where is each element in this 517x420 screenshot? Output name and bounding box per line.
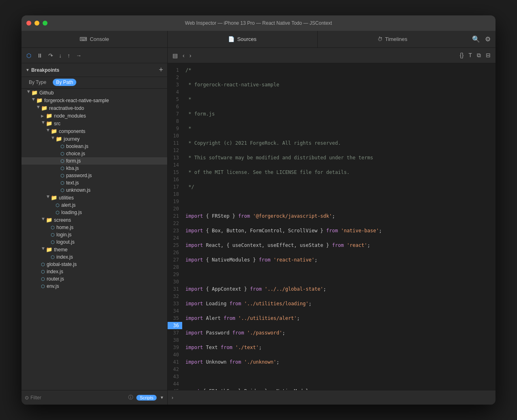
breakpoints-title: Breakpoints (31, 67, 159, 73)
nav-forward-icon[interactable]: › (188, 51, 193, 60)
step-into-icon[interactable]: ↓ (57, 51, 63, 60)
journey-arrow: ▶ (51, 137, 55, 141)
scripts-badge[interactable]: Scripts (136, 395, 157, 401)
reactnative-folder-icon: 📁 (41, 105, 47, 111)
maximize-button[interactable] (43, 21, 47, 26)
nav-back-icon[interactable]: ‹ (181, 51, 186, 60)
by-type-button[interactable]: By Type (26, 79, 50, 86)
line-num-14: 14 (168, 161, 182, 169)
tree-item-journey[interactable]: ▶ 📁 journey (22, 135, 167, 143)
tree-item-password[interactable]: ▶ ⬡ password.js (22, 172, 167, 179)
pause-icon[interactable]: ⏸ (35, 51, 44, 60)
line-num-36: 36 (168, 322, 182, 329)
code-content[interactable]: 1 2 3 4 5 6 7 8 9 10 11 12 13 14 15 16 1 (168, 63, 495, 390)
index-label: index.js (47, 269, 63, 274)
console-input[interactable] (176, 395, 491, 401)
code-line-20: import Text from './text'; (185, 344, 495, 351)
src-label: src (54, 121, 60, 126)
code-line-6: * Copyright (c) 2021 ForgeRock. All righ… (185, 139, 495, 147)
line-num-16: 16 (168, 176, 182, 183)
line-num-13: 13 (168, 154, 182, 161)
boolean-file-icon: ⬡ (60, 144, 65, 149)
tree-item-text[interactable]: ▶ ⬡ text.js (22, 179, 167, 186)
tree-item-form[interactable]: ▶ ⬡ form.js (22, 157, 167, 165)
tree-item-theme-index[interactable]: ▶ ⬡ index.js (22, 253, 167, 261)
tree-item-forgerock[interactable]: ▶ 📁 forgerock-react-native-sample (22, 96, 167, 104)
code-line-1: /* (185, 66, 495, 74)
curly-icon[interactable]: {} (458, 51, 465, 60)
tree-item-theme[interactable]: ▶ 📁 theme (22, 246, 167, 253)
tree-item-choice[interactable]: ▶ ⬡ choice.js (22, 150, 167, 157)
step-over-icon[interactable]: ↷ (47, 51, 55, 60)
tree-item-github[interactable]: ▶ 📁 Github (22, 89, 167, 96)
tree-item-env[interactable]: ▶ ⬡ env.js (22, 283, 167, 290)
format-icon[interactable]: T (467, 51, 474, 60)
tree-item-src[interactable]: ▶ 📁 src (22, 120, 167, 127)
tree-item-utilities[interactable]: ▶ 📁 utilities (22, 194, 167, 201)
copy-icon[interactable]: ⧉ (475, 51, 483, 60)
breakpoints-icon[interactable]: ⬡ (25, 51, 33, 60)
tab-actions: 🔍 ⚙ (467, 31, 495, 47)
window-title: Web Inspector — iPhone 13 Pro — React Na… (185, 20, 332, 26)
split-icon[interactable]: ⊟ (484, 51, 492, 60)
source-code[interactable]: /* * forgerock-react-native-sample * * f… (182, 63, 495, 390)
search-icon[interactable]: 🔍 (472, 35, 480, 43)
scripts-dropdown-arrow[interactable]: ▼ (160, 395, 164, 400)
line-num-4: 4 (168, 88, 182, 96)
sidebar-footer: ⊙ ⓘ Scripts ▼ (22, 390, 167, 405)
tree-item-logout[interactable]: ▶ ⬡ logout.js (22, 238, 167, 246)
screens-arrow: ▶ (41, 218, 45, 223)
traffic-lights (26, 21, 47, 26)
tree-item-reactnative[interactable]: ▶ 📁 reactnative-todo (22, 104, 167, 112)
close-button[interactable] (26, 21, 31, 26)
settings-icon[interactable]: ⚙ (485, 35, 491, 43)
tree-item-home[interactable]: ▶ ⬡ home.js (22, 224, 167, 231)
tree-item-boolean[interactable]: ▶ ⬡ boolean.js (22, 143, 167, 150)
sidebar-toggle-icon[interactable]: ▤ (171, 51, 179, 60)
code-line-3: * (185, 96, 495, 103)
line-num-42: 42 (168, 366, 182, 373)
theme-arrow: ▶ (41, 247, 45, 252)
tab-timelines[interactable]: ⏱ Timelines (318, 31, 467, 47)
tree-item-alert[interactable]: ▶ ⬡ alert.js (22, 201, 167, 209)
by-path-button[interactable]: By Path (53, 79, 76, 86)
tree-item-index[interactable]: ▶ ⬡ index.js (22, 268, 167, 275)
tree-item-unknown[interactable]: ▶ ⬡ unknown.js (22, 186, 167, 194)
step-out-icon[interactable]: ↑ (66, 51, 72, 60)
password-label: password.js (66, 173, 92, 178)
breakpoints-arrow: ▼ (26, 68, 30, 72)
minimize-button[interactable] (34, 21, 39, 26)
tab-sources[interactable]: 📄 Sources (168, 31, 318, 47)
utilities-arrow: ▶ (46, 195, 50, 200)
tree-item-loading[interactable]: ▶ ⬡ loading.js (22, 209, 167, 216)
titlebar: Web Inspector — iPhone 13 Pro — React Na… (22, 15, 495, 31)
line-num-17: 17 (168, 183, 182, 191)
filter-input[interactable] (30, 395, 125, 401)
screens-folder-icon: 📁 (46, 217, 52, 223)
line-num-7: 7 (168, 110, 182, 118)
components-label: components (59, 129, 85, 134)
filter-type-row: By Type By Path (22, 77, 167, 89)
line-num-40: 40 (168, 351, 182, 358)
tree-item-screens[interactable]: ▶ 📁 screens (22, 216, 167, 224)
main-tabs-row: ⌨ Console 📄 Sources ⏱ Timelines 🔍 ⚙ (22, 31, 495, 48)
env-label: env.js (47, 283, 59, 289)
toolbar-right: ▤ ‹ › {} T ⧉ ⊟ (168, 48, 495, 63)
tree-item-login[interactable]: ▶ ⬡ login.js (22, 231, 167, 238)
line-num-2: 2 (168, 74, 182, 81)
tree-item-node-modules[interactable]: ▶ 📁 node_modules (22, 112, 167, 120)
line-num-32: 32 (168, 293, 182, 300)
tree-item-kba[interactable]: ▶ ⬡ kba.js (22, 165, 167, 172)
tree-item-router[interactable]: ▶ ⬡ router.js (22, 275, 167, 283)
continue-icon[interactable]: → (74, 51, 83, 60)
add-breakpoint-button[interactable]: + (159, 66, 163, 74)
tree-item-components[interactable]: ▶ 📁 components (22, 127, 167, 135)
line-num-18: 18 (168, 191, 182, 198)
tab-console[interactable]: ⌨ Console (22, 31, 168, 47)
file-tree[interactable]: ▶ 📁 Github ▶ 📁 forgerock-react-native-sa… (22, 89, 167, 390)
line-num-24: 24 (168, 234, 182, 242)
tree-item-global-state[interactable]: ▶ ⬡ global-state.js (22, 261, 167, 268)
reactnative-arrow: ▶ (37, 106, 41, 111)
code-line-9: */ (185, 183, 495, 191)
kba-file-icon: ⬡ (60, 166, 65, 171)
